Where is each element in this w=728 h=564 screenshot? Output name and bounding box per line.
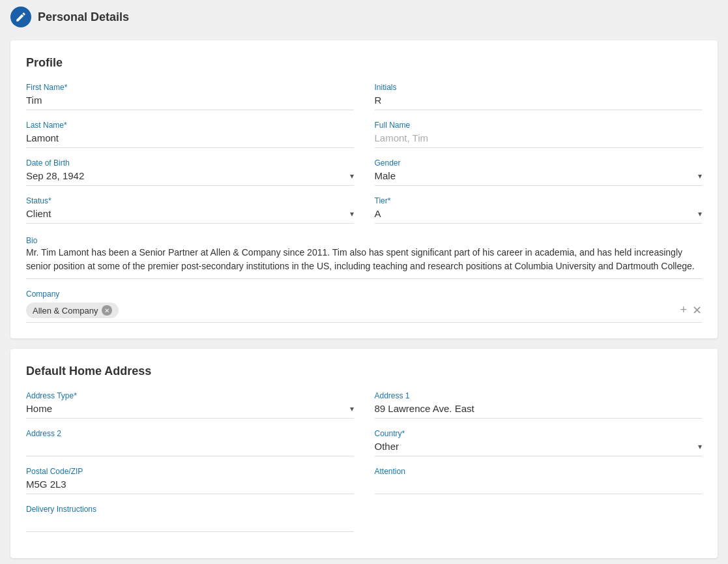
status-field: Status* Client ▾ [26, 196, 354, 224]
delivery-label: Delivery Instructions [26, 505, 354, 514]
tier-field: Tier* A ▾ [375, 196, 703, 224]
dob-field: Date of Birth Sep 28, 1942 ▾ [26, 158, 354, 186]
postal-field: Postal Code/ZIP M5G 2L3 [26, 467, 354, 494]
delivery-field: Delivery Instructions [26, 505, 354, 532]
company-chip[interactable]: Allen & Company ✕ [26, 303, 119, 318]
country-label: Country* [375, 429, 703, 438]
pencil-icon [15, 11, 27, 23]
tier-label: Tier* [375, 196, 703, 205]
initials-label: Initials [375, 83, 703, 92]
dob-label: Date of Birth [26, 158, 354, 168]
company-field: Allen & Company ✕ + ✕ [26, 303, 702, 323]
attention-label: Attention [375, 467, 703, 476]
profile-card: Profile First Name* Tim Initials R Last … [10, 40, 718, 338]
tier-dropdown[interactable]: A ▾ [375, 208, 703, 224]
address-card: Default Home Address Address Type* Home … [10, 349, 718, 558]
address1-field: Address 1 89 Lawrence Ave. East [375, 391, 703, 419]
initials-field: Initials R [375, 83, 703, 110]
last-name-label: Last Name* [26, 121, 354, 130]
gender-arrow-icon: ▾ [698, 171, 702, 181]
company-label: Company [26, 289, 702, 299]
country-field: Country* Other ▾ [375, 429, 703, 456]
status-arrow-icon: ▾ [350, 209, 354, 218]
company-clear-icon[interactable]: ✕ [692, 303, 702, 318]
header-icon [10, 7, 31, 27]
tier-arrow-icon: ▾ [698, 209, 702, 218]
address1-value[interactable]: 89 Lawrence Ave. East [375, 403, 703, 419]
address2-value[interactable] [26, 441, 354, 456]
row-dob-gender: Date of Birth Sep 28, 1942 ▾ Gender Male… [26, 158, 702, 186]
attention-field: Attention [375, 467, 703, 494]
address1-label: Address 1 [375, 391, 703, 400]
row-addresstype-address1: Address Type* Home ▾ Address 1 89 Lawren… [26, 391, 702, 419]
country-value: Other [375, 441, 400, 452]
country-dropdown[interactable]: Other ▾ [375, 441, 703, 456]
last-name-value[interactable]: Lamont [26, 132, 354, 148]
delivery-placeholder-field [375, 505, 703, 532]
row-postal-attention: Postal Code/ZIP M5G 2L3 Attention [26, 467, 702, 494]
postal-value[interactable]: M5G 2L3 [26, 479, 354, 494]
first-name-field: First Name* Tim [26, 83, 354, 110]
bio-text[interactable]: Mr. Tim Lamont has been a Senior Partner… [26, 246, 702, 279]
dob-arrow-icon: ▾ [350, 171, 354, 181]
first-name-label: First Name* [26, 83, 354, 92]
company-section: Company Allen & Company ✕ + ✕ [26, 289, 702, 323]
address-section-title: Default Home Address [26, 364, 702, 378]
row-status-tier: Status* Client ▾ Tier* A ▾ [26, 196, 702, 224]
address2-field: Address 2 [26, 429, 354, 456]
first-name-value[interactable]: Tim [26, 95, 354, 110]
delivery-value[interactable] [26, 516, 354, 532]
status-label: Status* [26, 196, 354, 205]
address-type-value: Home [26, 403, 52, 414]
address-type-label: Address Type* [26, 391, 354, 400]
address2-label: Address 2 [26, 429, 354, 438]
main-content: Profile First Name* Tim Initials R Last … [0, 34, 728, 564]
bio-label: Bio [26, 236, 37, 245]
company-chip-text: Allen & Company [33, 306, 98, 316]
initials-value[interactable]: R [375, 95, 703, 110]
tier-value: A [375, 208, 381, 219]
status-value: Client [26, 208, 51, 219]
full-name-field: Full Name Lamont, Tim [375, 121, 703, 148]
company-actions: + ✕ [680, 303, 702, 318]
gender-label: Gender [375, 158, 703, 168]
status-dropdown[interactable]: Client ▾ [26, 208, 354, 224]
dob-value: Sep 28, 1942 [26, 170, 84, 181]
row-delivery: Delivery Instructions [26, 505, 702, 532]
row-lastname-fullname: Last Name* Lamont Full Name Lamont, Tim [26, 121, 702, 148]
address-type-arrow-icon: ▾ [350, 404, 354, 413]
full-name-label: Full Name [375, 121, 703, 130]
dob-dropdown[interactable]: Sep 28, 1942 ▾ [26, 170, 354, 186]
row-firstname-initials: First Name* Tim Initials R [26, 83, 702, 110]
company-add-icon[interactable]: + [680, 303, 687, 318]
full-name-value: Lamont, Tim [375, 132, 703, 148]
page-title: Personal Details [38, 10, 129, 24]
profile-section-title: Profile [26, 56, 702, 70]
company-chip-close-icon[interactable]: ✕ [102, 305, 112, 316]
attention-value[interactable] [375, 479, 703, 494]
gender-dropdown[interactable]: Male ▾ [375, 170, 703, 186]
gender-value: Male [375, 170, 396, 181]
gender-field: Gender Male ▾ [375, 158, 703, 186]
page-header: Personal Details [0, 0, 728, 34]
last-name-field: Last Name* Lamont [26, 121, 354, 148]
row-address2-country: Address 2 Country* Other ▾ [26, 429, 702, 456]
country-arrow-icon: ▾ [698, 442, 702, 451]
address-type-field: Address Type* Home ▾ [26, 391, 354, 419]
bio-section: Bio Mr. Tim Lamont has been a Senior Par… [26, 234, 702, 279]
postal-label: Postal Code/ZIP [26, 467, 354, 476]
address-type-dropdown[interactable]: Home ▾ [26, 403, 354, 419]
